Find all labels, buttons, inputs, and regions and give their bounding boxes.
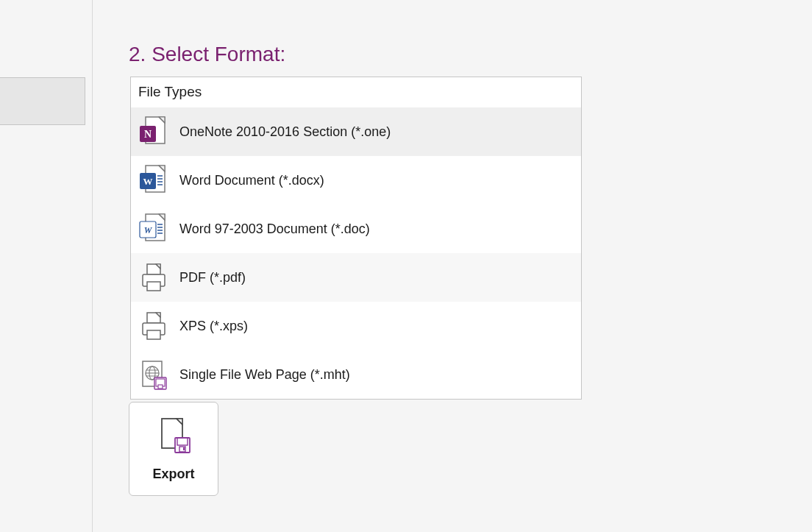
svg-rect-41 xyxy=(158,385,163,389)
svg-rect-32 xyxy=(147,330,160,339)
printer-icon xyxy=(138,261,179,294)
file-type-label: PDF (*.pdf) xyxy=(179,270,246,285)
file-type-label: Single File Web Page (*.mht) xyxy=(179,367,350,383)
left-panel-placeholder xyxy=(0,77,85,125)
file-type-label: Word 97-2003 Document (*.doc) xyxy=(179,221,370,237)
section-title: 2. Select Format: xyxy=(129,43,285,66)
file-type-word-doc[interactable]: W Word 97-2003 Document (*.doc) xyxy=(131,205,581,253)
file-type-label: XPS (*.xps) xyxy=(179,319,248,334)
file-type-label: Word Document (*.docx) xyxy=(179,173,324,188)
svg-text:N: N xyxy=(144,129,152,140)
svg-text:W: W xyxy=(143,176,153,187)
file-type-mht[interactable]: Single File Web Page (*.mht) xyxy=(131,350,581,399)
file-type-xps[interactable]: XPS (*.xps) xyxy=(131,302,581,350)
panel-divider xyxy=(92,0,93,532)
svg-rect-27 xyxy=(147,282,160,291)
printer-icon xyxy=(138,310,179,342)
export-icon xyxy=(156,416,191,456)
file-types-header: File Types xyxy=(131,77,581,107)
onenote-icon: N xyxy=(138,116,179,148)
word97-icon: W xyxy=(138,213,179,245)
web-page-icon xyxy=(138,358,179,391)
export-button-label: Export xyxy=(152,467,194,482)
file-type-label: OneNote 2010-2016 Section (*.one) xyxy=(179,124,391,140)
file-type-word-docx[interactable]: W Word Document (*.docx) xyxy=(131,156,581,205)
file-types-panel: File Types N OneNote 2010-2016 Section (… xyxy=(130,77,582,400)
file-type-pdf[interactable]: PDF (*.pdf) xyxy=(131,253,581,302)
export-button[interactable]: Export xyxy=(129,402,218,496)
file-type-onenote[interactable]: N OneNote 2010-2016 Section (*.one) xyxy=(131,107,581,156)
svg-text:W: W xyxy=(144,225,153,235)
svg-rect-48 xyxy=(183,447,185,450)
word-icon: W xyxy=(138,164,179,196)
